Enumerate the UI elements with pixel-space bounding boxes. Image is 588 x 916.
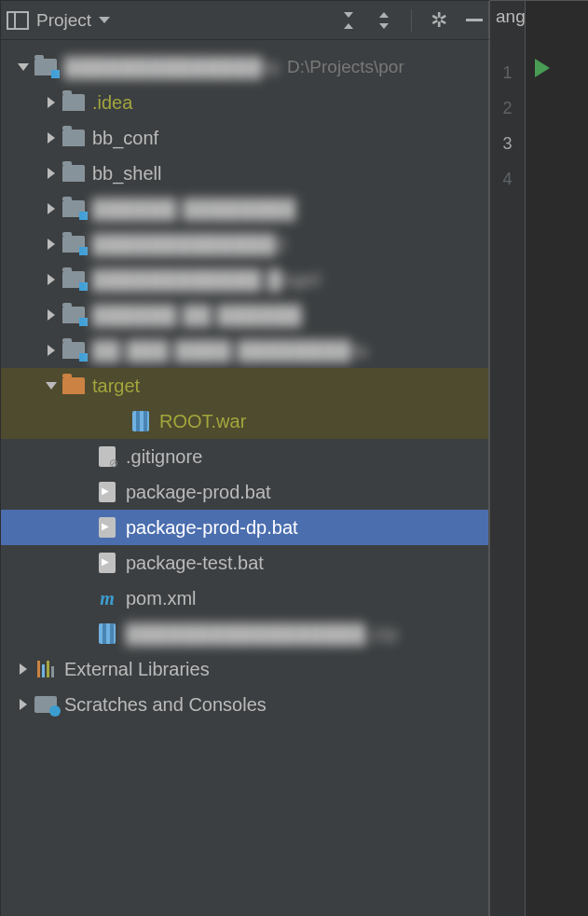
archive-file-icon — [99, 623, 116, 644]
tree-item-module-4[interactable]: ██████ ██ ██████ — [1, 297, 488, 333]
item-label: target — [92, 376, 140, 397]
root-label: ██████████████ta — [64, 57, 280, 78]
tree-item-module-2[interactable]: █████████████2 — [1, 226, 488, 262]
hide-button[interactable] — [466, 19, 483, 21]
tree-item-target[interactable]: target — [1, 368, 488, 403]
tree-scratches[interactable]: Scratches and Consoles — [1, 687, 488, 722]
collapse-all-button[interactable] — [376, 12, 392, 29]
expand-arrow-icon[interactable] — [18, 63, 29, 71]
module-folder-icon — [62, 307, 85, 323]
tree-root[interactable]: ██████████████ta D:\Projects\por — [1, 49, 488, 85]
item-label: ██████ ████████ — [92, 198, 296, 220]
item-label: package-prod-dp.bat — [126, 517, 298, 539]
project-view-label: Project — [36, 10, 91, 31]
folder-icon — [62, 165, 85, 182]
module-folder-icon — [62, 342, 85, 359]
line-number: 2 — [490, 90, 525, 126]
chevron-down-icon — [99, 17, 110, 23]
tree-item-module-3[interactable]: ████████████ █ngel — [1, 262, 488, 297]
editor-area: angel\p 1 2 3 4 — [489, 0, 588, 916]
item-label: ████████████ █ngel — [92, 269, 321, 291]
editor-body[interactable] — [526, 1, 588, 916]
item-label: .idea — [92, 92, 132, 114]
scroll-from-source-button[interactable] — [340, 12, 357, 29]
item-label: Scratches and Consoles — [64, 694, 267, 716]
tree-item-module-1[interactable]: ██████ ████████ — [1, 191, 488, 226]
item-label: ██████ ██ ██████ — [92, 305, 303, 326]
project-view-icon — [7, 11, 29, 30]
module-folder-icon — [62, 200, 85, 217]
gitignore-file-icon — [99, 446, 116, 467]
folder-icon — [62, 130, 85, 146]
module-folder-icon — [34, 59, 57, 75]
run-gutter-icon[interactable] — [535, 59, 550, 77]
project-view-selector[interactable]: Project — [7, 10, 110, 31]
excluded-folder-icon — [62, 377, 85, 394]
tree-item-package-prod-dp[interactable]: package-prod-dp.bat — [1, 510, 488, 545]
collapse-arrow-icon[interactable] — [48, 168, 55, 179]
item-label: package-prod.bat — [126, 482, 271, 503]
tree-item-root-war[interactable]: ROOT.war — [1, 403, 488, 439]
project-tree[interactable]: ██████████████ta D:\Projects\por .idea b… — [0, 40, 489, 916]
item-label: █████████████████.zip — [126, 623, 399, 645]
item-label: package-test.bat — [126, 553, 264, 574]
batch-file-icon — [99, 553, 116, 573]
item-label: bb_shell — [92, 163, 162, 185]
item-label: █████████████2 — [92, 234, 287, 255]
project-tool-window: Project ✲ ██████████████ta D:\Projects\p… — [0, 0, 489, 916]
gear-icon[interactable]: ✲ — [431, 8, 447, 33]
line-number: 3 — [490, 126, 525, 161]
module-folder-icon — [62, 271, 85, 288]
tree-external-libraries[interactable]: External Libraries — [1, 651, 488, 687]
libraries-icon — [37, 661, 54, 677]
tree-item-bb-conf[interactable]: bb_conf — [1, 120, 488, 156]
item-label: ROOT.war — [159, 411, 246, 432]
archive-file-icon — [132, 411, 149, 431]
collapse-arrow-icon[interactable] — [48, 132, 55, 144]
tree-item-package-prod[interactable]: package-prod.bat — [1, 474, 488, 510]
tree-item-bb-shell[interactable]: bb_shell — [1, 156, 488, 191]
collapse-arrow-icon[interactable] — [48, 274, 55, 285]
project-toolbar: Project ✲ — [0, 1, 489, 40]
expand-arrow-icon[interactable] — [46, 382, 57, 390]
maven-file-icon: m — [100, 588, 115, 609]
tree-item-idea[interactable]: .idea — [1, 85, 488, 120]
tree-item-zip[interactable]: █████████████████.zip — [1, 616, 488, 651]
collapse-arrow-icon[interactable] — [48, 345, 55, 356]
tree-item-pom[interactable]: m pom.xml — [1, 581, 488, 616]
collapse-arrow-icon[interactable] — [48, 309, 55, 321]
module-folder-icon — [62, 236, 85, 253]
collapse-arrow-icon[interactable] — [48, 97, 55, 108]
item-label: ██ ███ ████ ████████ta — [92, 340, 368, 362]
batch-file-icon — [99, 482, 116, 502]
item-label: bb_conf — [92, 128, 158, 149]
root-path: D:\Projects\por — [287, 57, 404, 77]
item-label: .gitignore — [126, 446, 202, 468]
line-number: 4 — [490, 161, 525, 197]
batch-file-icon — [99, 517, 116, 538]
collapse-arrow-icon[interactable] — [20, 663, 27, 675]
line-number: 1 — [490, 55, 525, 90]
collapse-arrow-icon[interactable] — [48, 203, 55, 214]
tree-item-module-5[interactable]: ██ ███ ████ ████████ta — [1, 333, 488, 368]
folder-icon — [62, 94, 85, 111]
scratches-icon — [34, 696, 57, 713]
tree-item-gitignore[interactable]: .gitignore — [1, 439, 488, 474]
collapse-arrow-icon[interactable] — [48, 239, 55, 250]
tree-item-package-test[interactable]: package-test.bat — [1, 545, 488, 581]
collapse-arrow-icon[interactable] — [20, 699, 27, 710]
item-label: External Libraries — [64, 659, 210, 680]
item-label: pom.xml — [126, 588, 197, 609]
editor-gutter: 1 2 3 4 — [490, 1, 526, 916]
